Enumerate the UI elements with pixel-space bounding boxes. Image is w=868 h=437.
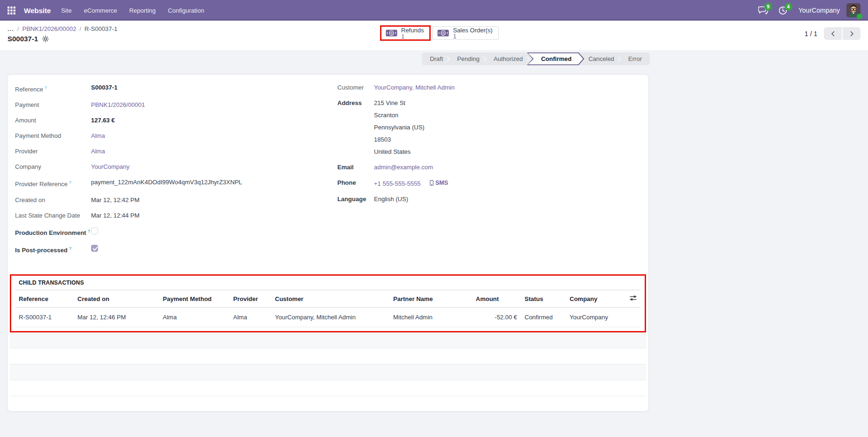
field-label: Last State Change Date [15,211,91,220]
email-link[interactable]: admin@example.com [374,164,433,171]
field-reference: Reference? S00037-1 [15,83,330,94]
phone-link[interactable]: +1 555-555-5555 [374,180,420,187]
messages-button[interactable]: 9 [758,6,768,15]
field-label: Amount [15,116,91,125]
column-header-status[interactable]: Status [521,290,566,308]
statusbar: Draft Pending Authorized Confirmed Cance… [422,53,650,65]
cell-payment-method[interactable]: Alma [159,308,229,327]
is-post-processed-checkbox[interactable] [91,245,98,252]
field-language: Language English (US) [337,195,641,204]
field-label: Reference? [15,83,91,94]
annotation-child-transactions-box: CHILD TRANSACTIONS Reference Created on … [10,274,646,332]
column-header-payment-method[interactable]: Payment Method [159,290,229,308]
sms-button[interactable]: SMS [430,178,448,188]
field-provider-reference: Provider Reference? payment_122mAnK4DOdI… [15,178,330,189]
field-company: Company YourCompany [15,162,330,172]
production-environment-checkbox[interactable] [91,227,98,234]
nav-menu-site[interactable]: Site [61,7,71,14]
cell-company[interactable]: YourCompany [566,308,626,327]
online-status-dot [857,14,862,19]
nav-menu-ecommerce[interactable]: eCommerce [84,7,117,14]
table-header-row: Reference Created on Payment Method Prov… [15,290,641,308]
status-step-confirmed[interactable]: Confirmed [527,53,584,65]
empty-list-row [10,380,646,396]
field-label: Address [337,98,374,157]
refunds-label: Refunds [401,27,424,33]
address-value: 215 Vine St Scranton Pennsylvania (US) 1… [374,98,425,157]
field-value: 127.63 € [91,116,115,125]
payment-method-link[interactable]: Alma [91,132,105,139]
breadcrumb-link-payment[interactable]: PBNK1/2026/00002 [22,25,76,32]
address-line: Scranton [374,111,425,120]
column-header-amount[interactable]: Amount [472,290,521,308]
nav-menus: Site eCommerce Reporting Configuration [61,7,204,14]
breadcrumb-ellipsis[interactable]: ... [8,25,14,32]
cell-amount[interactable]: -52.00 € [472,308,521,327]
customer-link[interactable]: YourCompany, Mitchell Admin [374,84,455,91]
optional-columns-icon[interactable] [630,295,637,302]
sms-label: SMS [435,178,448,188]
field-production-environment: Production Environment? [15,226,330,238]
record-title: S00037-1 [8,35,38,43]
child-transactions-table: Reference Created on Payment Method Prov… [15,290,641,327]
nav-right: 9 4 YourCompany [758,3,860,17]
field-is-post-processed: Is Post-processed? [15,244,330,255]
child-transactions-title: CHILD TRANSACTIONS [19,279,641,286]
cell-reference[interactable]: R-S00037-1 [15,308,74,327]
refunds-button[interactable]: Refunds 1 [381,27,429,39]
column-header-provider[interactable]: Provider [229,290,271,308]
pager-previous-button[interactable] [824,27,842,40]
empty-list-rows [10,332,646,396]
form-grid: Reference? S00037-1 Payment PBNK1/2026/0… [15,83,641,261]
column-header-created-on[interactable]: Created on [74,290,159,308]
company-switcher[interactable]: YourCompany [799,7,840,14]
status-step-error[interactable]: Error [620,53,650,65]
status-step-label: Draft [430,55,443,62]
field-payment-method: Payment Method Alma [15,131,330,141]
status-step-label: Error [628,55,642,62]
provider-link[interactable]: Alma [91,148,105,155]
avatar[interactable] [846,3,860,17]
app-name[interactable]: Website [24,7,51,15]
sales-orders-count: 1 [453,33,456,39]
grid-icon [8,7,15,15]
address-line: United States [374,147,425,157]
field-customer: Customer YourCompany, Mitchell Admin [337,83,641,92]
field-label: Payment [15,100,91,110]
field-value: Mar 12, 12:44 PM [91,211,139,220]
status-step-label: Pending [457,55,480,62]
field-value: English (US) [374,195,408,204]
field-value: S00037-1 [91,83,117,94]
field-label: Payment Method [15,131,91,141]
field-value: Mar 12, 12:42 PM [91,196,139,205]
sales-orders-label: Sales Order(s) [453,27,493,33]
column-header-reference[interactable]: Reference [15,290,74,308]
company-link[interactable]: YourCompany [91,163,129,170]
cell-customer[interactable]: YourCompany, Mitchell Admin [271,308,389,327]
cell-provider[interactable]: Alma [229,308,271,327]
field-label: Company [15,162,91,172]
payment-link[interactable]: PBNK1/2026/00001 [91,101,145,108]
cell-status[interactable]: Confirmed [521,308,566,327]
cell-created-on[interactable]: Mar 12, 12:46 PM [74,308,159,327]
breadcrumb-current[interactable]: R-S00037-1 [84,25,117,32]
column-header-partner-name[interactable]: Partner Name [389,290,472,308]
screen: Website Site eCommerce Reporting Configu… [0,0,868,437]
pager-next-button[interactable] [843,27,860,40]
activities-button[interactable]: 4 [778,6,787,15]
nav-menu-reporting[interactable]: Reporting [129,7,155,14]
apps-grid-icon[interactable] [8,7,15,15]
messages-badge: 9 [764,3,772,11]
table-row[interactable]: R-S00037-1 Mar 12, 12:46 PM Alma Alma Yo… [15,308,641,327]
empty-list-row [10,348,646,364]
field-label: Phone [337,178,374,188]
sales-orders-button[interactable]: Sales Order(s) 1 [433,26,499,40]
field-phone: Phone +1 555-555-5555 SMS [337,178,641,188]
cell-partner-name[interactable]: Mitchell Admin [389,308,472,327]
column-header-customer[interactable]: Customer [271,290,389,308]
column-header-company[interactable]: Company [566,290,626,308]
gear-icon[interactable] [42,36,49,42]
top-nav: Website Site eCommerce Reporting Configu… [0,0,868,21]
nav-menu-configuration[interactable]: Configuration [168,7,204,14]
field-value: payment_122mAnK4DOdI99Wo4qmV3q12JhyrZ3XN… [91,178,242,189]
